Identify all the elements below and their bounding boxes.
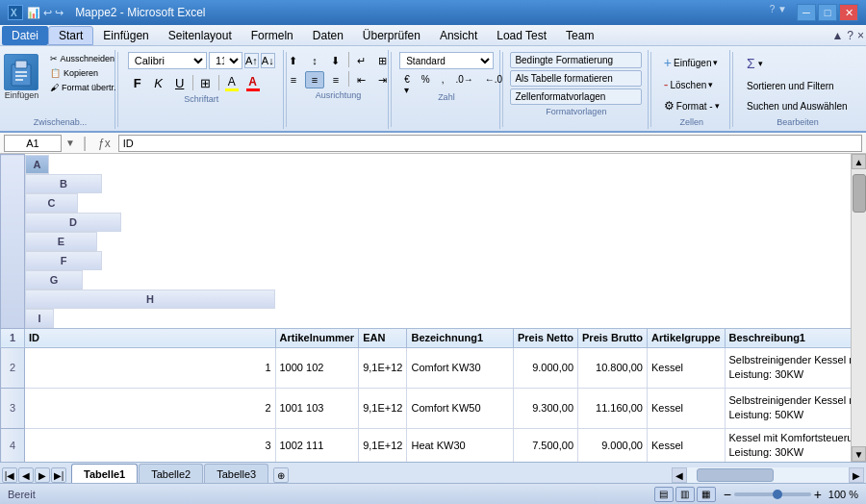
scroll-track[interactable] (852, 169, 866, 446)
cell-c2[interactable]: 9,1E+12 (359, 347, 407, 388)
cell-a2[interactable]: 1 (25, 347, 276, 388)
scroll-thumb[interactable] (853, 174, 866, 213)
align-bottom-button[interactable]: ⬇ (326, 52, 345, 69)
zoom-thumb[interactable] (773, 490, 782, 499)
merge-cells-button[interactable]: ⊞ (373, 52, 393, 69)
tab-formeln[interactable]: Formeln (242, 26, 303, 45)
col-header-f[interactable]: F (25, 251, 102, 270)
sort-filter-button[interactable]: Sortieren und Filtern (741, 77, 840, 95)
select-all-button[interactable] (1, 155, 25, 329)
align-middle-button[interactable]: ↕ (305, 52, 324, 69)
grid-container[interactable]: A B C D E F G H I 1 ID Artikelnummer EA (0, 154, 851, 462)
find-select-button[interactable]: Suchen und Auswählen (741, 97, 853, 115)
col-header-h[interactable]: H (25, 290, 275, 309)
add-sheet-button[interactable]: ⊕ (273, 467, 289, 483)
scroll-right-button[interactable]: ▶ (849, 467, 864, 483)
format-painter-button[interactable]: 🖌 Format übertr. (46, 81, 119, 94)
tab-daten[interactable]: Daten (303, 26, 353, 45)
window-controls[interactable]: ? ▼ ─ □ ✕ (770, 4, 858, 21)
sheet-tab-tabelle3[interactable]: Tabelle3 (204, 464, 268, 483)
cell-reference-input[interactable] (4, 135, 62, 152)
formula-function-icon[interactable]: ƒx (94, 137, 115, 150)
sheet-nav-first[interactable]: |◀ (2, 467, 17, 483)
cell-e4[interactable]: 7.500,00 (513, 428, 577, 462)
align-center-button[interactable]: ≡ (305, 71, 324, 88)
underline-button[interactable]: U (170, 73, 190, 92)
cell-h2[interactable]: Selbstreinigender Kessel mit Komfortsteu… (725, 347, 851, 388)
cell-d2[interactable]: Comfort KW30 (407, 347, 514, 388)
currency-button[interactable]: € ▾ (399, 73, 415, 90)
col-header-g[interactable]: G (25, 270, 83, 290)
align-right-button[interactable]: ≡ (326, 71, 345, 88)
row-header-4[interactable]: 4 (1, 428, 25, 462)
format-cells-button[interactable]: ⚙ Format - ▾ (659, 96, 725, 115)
comma-button[interactable]: , (437, 73, 449, 90)
close-button[interactable]: ✕ (839, 4, 858, 21)
formula-expand-icon[interactable]: ▼ (65, 138, 75, 148)
increase-decimal-button[interactable]: .0→ (450, 73, 477, 90)
cell-f3[interactable]: 11.160,00 (578, 388, 648, 428)
tab-team[interactable]: Team (556, 26, 603, 45)
align-top-button[interactable]: ⬆ (284, 52, 303, 69)
cell-f4[interactable]: 9.000,00 (578, 428, 648, 462)
col-header-c[interactable]: C (25, 193, 78, 213)
cell-b3[interactable]: 1001 103 (275, 388, 359, 428)
increase-font-size-button[interactable]: A↑ (244, 53, 259, 68)
increase-indent-button[interactable]: ⇥ (373, 71, 393, 88)
cell-d1[interactable]: Bezeichnung1 (407, 328, 514, 347)
bold-button[interactable]: F (128, 73, 147, 92)
wrap-text-button[interactable]: ↵ (352, 52, 371, 69)
cell-c4[interactable]: 9,1E+12 (359, 428, 407, 462)
zoom-out-button[interactable]: − (724, 487, 731, 502)
sheet-nav-prev[interactable]: ◀ (18, 467, 34, 483)
cell-f1[interactable]: Preis Brutto (578, 328, 648, 347)
tab-ueberpruefen[interactable]: Überprüfen (353, 26, 430, 45)
decrease-font-size-button[interactable]: A↓ (261, 53, 275, 68)
cell-a4[interactable]: 3 (25, 428, 276, 462)
tab-einfuegen[interactable]: Einfügen (93, 26, 158, 45)
scroll-down-button[interactable]: ▼ (852, 446, 866, 462)
cell-d3[interactable]: Comfort KW50 (407, 388, 514, 428)
row-header-2[interactable]: 2 (1, 347, 25, 388)
cell-b2[interactable]: 1000 102 (275, 347, 359, 388)
cell-d4[interactable]: Heat KW30 (407, 428, 514, 462)
cell-g4[interactable]: Kessel (647, 428, 725, 462)
delete-cells-button[interactable]: - Löschen ▾ (659, 74, 725, 95)
cut-button[interactable]: ✂ Ausschneiden (46, 52, 119, 65)
tab-datei[interactable]: Datei (2, 26, 48, 45)
conditional-formatting-button[interactable]: Bedingte Formatierung (510, 52, 642, 68)
sheet-tab-tabelle1[interactable]: Tabelle1 (71, 464, 138, 483)
row-header-3[interactable]: 3 (1, 388, 25, 428)
tab-loadtest[interactable]: Load Test (487, 26, 556, 45)
decrease-indent-button[interactable]: ⇤ (352, 71, 371, 88)
help-btn[interactable]: ? (847, 29, 853, 42)
sheet-tab-tabelle2[interactable]: Tabelle2 (139, 464, 203, 483)
font-color-button[interactable]: A (243, 73, 263, 92)
sheet-nav-next[interactable]: ▶ (35, 467, 50, 483)
sheet-nav-last[interactable]: ▶| (51, 467, 66, 483)
row-header-1[interactable]: 1 (1, 328, 25, 347)
cell-e3[interactable]: 9.300,00 (513, 388, 577, 428)
h-scroll-thumb[interactable] (697, 468, 774, 482)
col-header-a[interactable]: A (25, 155, 49, 174)
col-header-d[interactable]: D (25, 213, 121, 232)
cell-c3[interactable]: 9,1E+12 (359, 388, 407, 428)
cell-e1[interactable]: Preis Netto (513, 328, 577, 347)
fill-color-button[interactable]: A (222, 73, 242, 92)
normal-view-button[interactable]: ▤ (654, 487, 674, 502)
horizontal-scrollbar[interactable]: ◀ ▶ (672, 467, 864, 483)
cell-g2[interactable]: Kessel (647, 347, 725, 388)
font-family-select[interactable]: Calibri (128, 52, 207, 69)
number-format-select[interactable]: Standard (399, 52, 493, 69)
page-layout-view-button[interactable]: ▥ (675, 487, 695, 502)
align-left-button[interactable]: ≡ (284, 71, 303, 88)
options-btn[interactable]: × (857, 29, 864, 42)
cell-a1[interactable]: ID (25, 328, 276, 347)
tab-start[interactable]: Start (48, 26, 93, 45)
tab-ansicht[interactable]: Ansicht (430, 26, 487, 45)
zoom-slider[interactable] (734, 492, 811, 496)
formula-input[interactable] (118, 135, 862, 152)
col-header-i[interactable]: I (25, 309, 54, 328)
scroll-up-button[interactable]: ▲ (852, 154, 866, 169)
decrease-decimal-button[interactable]: ←.0 (480, 73, 507, 90)
